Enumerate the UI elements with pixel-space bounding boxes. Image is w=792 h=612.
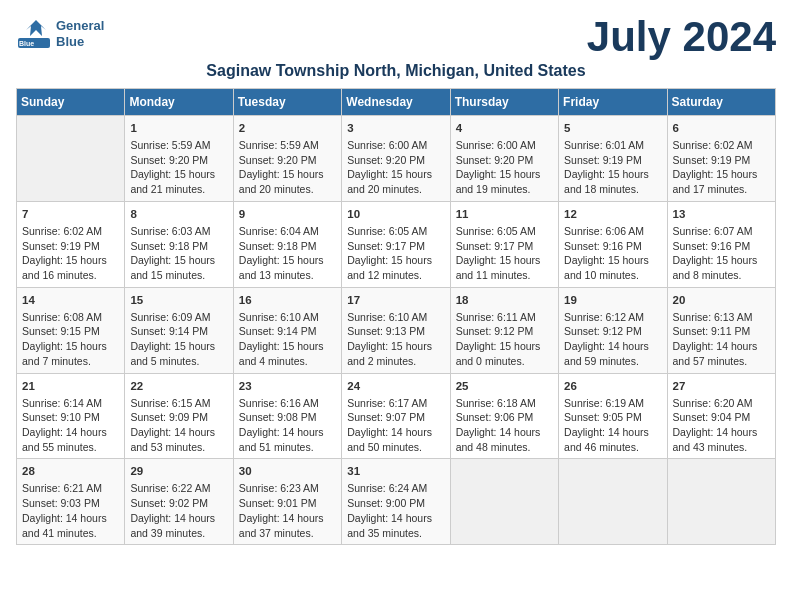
calendar-cell: 24Sunrise: 6:17 AMSunset: 9:07 PMDayligh… <box>342 373 450 459</box>
day-number: 13 <box>673 206 770 222</box>
day-info-line: Sunrise: 6:02 AM <box>673 138 770 153</box>
day-info-line: and 4 minutes. <box>239 354 336 369</box>
day-number: 20 <box>673 292 770 308</box>
day-info-line: Daylight: 14 hours <box>347 425 444 440</box>
day-number: 29 <box>130 463 227 479</box>
day-info-line: Sunrise: 6:04 AM <box>239 224 336 239</box>
day-number: 22 <box>130 378 227 394</box>
day-info-line: Daylight: 15 hours <box>239 339 336 354</box>
day-info-line: Sunset: 9:12 PM <box>564 324 661 339</box>
day-info-line: Sunrise: 6:22 AM <box>130 481 227 496</box>
day-info-line: and 5 minutes. <box>130 354 227 369</box>
calendar-cell: 23Sunrise: 6:16 AMSunset: 9:08 PMDayligh… <box>233 373 341 459</box>
day-info-line: Sunset: 9:01 PM <box>239 496 336 511</box>
day-info-line: Sunrise: 6:16 AM <box>239 396 336 411</box>
day-info-line: Sunrise: 6:01 AM <box>564 138 661 153</box>
calendar-cell: 6Sunrise: 6:02 AMSunset: 9:19 PMDaylight… <box>667 116 775 202</box>
day-info-line: and 18 minutes. <box>564 182 661 197</box>
day-info-line: Sunset: 9:03 PM <box>22 496 119 511</box>
day-number: 4 <box>456 120 553 136</box>
day-number: 19 <box>564 292 661 308</box>
day-info-line: and 7 minutes. <box>22 354 119 369</box>
day-header-tuesday: Tuesday <box>233 89 341 116</box>
day-header-thursday: Thursday <box>450 89 558 116</box>
day-info-line: Sunrise: 6:11 AM <box>456 310 553 325</box>
day-info-line: Daylight: 15 hours <box>347 253 444 268</box>
calendar-header-row: SundayMondayTuesdayWednesdayThursdayFrid… <box>17 89 776 116</box>
day-info-line: and 13 minutes. <box>239 268 336 283</box>
day-info-line: Sunrise: 6:02 AM <box>22 224 119 239</box>
day-info-line: Sunrise: 6:00 AM <box>456 138 553 153</box>
day-info-line: Sunset: 9:14 PM <box>130 324 227 339</box>
day-info-line: and 55 minutes. <box>22 440 119 455</box>
calendar-body: 1Sunrise: 5:59 AMSunset: 9:20 PMDaylight… <box>17 116 776 545</box>
day-info-line: and 35 minutes. <box>347 526 444 541</box>
calendar-cell: 31Sunrise: 6:24 AMSunset: 9:00 PMDayligh… <box>342 459 450 545</box>
day-info-line: Daylight: 14 hours <box>673 339 770 354</box>
calendar-week-2: 7Sunrise: 6:02 AMSunset: 9:19 PMDaylight… <box>17 201 776 287</box>
day-info-line: Daylight: 14 hours <box>347 511 444 526</box>
page-header: Blue General Blue July 2024 <box>16 16 776 58</box>
calendar-cell: 7Sunrise: 6:02 AMSunset: 9:19 PMDaylight… <box>17 201 125 287</box>
calendar-cell: 30Sunrise: 6:23 AMSunset: 9:01 PMDayligh… <box>233 459 341 545</box>
day-info-line: Daylight: 14 hours <box>22 511 119 526</box>
day-info-line: Sunrise: 6:03 AM <box>130 224 227 239</box>
day-info-line: Sunset: 9:02 PM <box>130 496 227 511</box>
day-info-line: Daylight: 14 hours <box>22 425 119 440</box>
day-info-line: and 15 minutes. <box>130 268 227 283</box>
day-info-line: and 19 minutes. <box>456 182 553 197</box>
day-info-line: Sunset: 9:11 PM <box>673 324 770 339</box>
day-header-sunday: Sunday <box>17 89 125 116</box>
day-info-line: Sunset: 9:04 PM <box>673 410 770 425</box>
day-info-line: Sunset: 9:20 PM <box>239 153 336 168</box>
day-number: 18 <box>456 292 553 308</box>
day-info-line: Sunrise: 6:07 AM <box>673 224 770 239</box>
day-info-line: Daylight: 15 hours <box>347 339 444 354</box>
day-number: 5 <box>564 120 661 136</box>
calendar-cell: 13Sunrise: 6:07 AMSunset: 9:16 PMDayligh… <box>667 201 775 287</box>
day-number: 24 <box>347 378 444 394</box>
calendar-week-1: 1Sunrise: 5:59 AMSunset: 9:20 PMDaylight… <box>17 116 776 202</box>
day-number: 7 <box>22 206 119 222</box>
day-info-line: Sunrise: 5:59 AM <box>130 138 227 153</box>
day-info-line: Sunset: 9:17 PM <box>456 239 553 254</box>
day-info-line: Daylight: 14 hours <box>239 511 336 526</box>
day-info-line: and 20 minutes. <box>347 182 444 197</box>
day-info-line: and 17 minutes. <box>673 182 770 197</box>
day-info-line: Sunset: 9:00 PM <box>347 496 444 511</box>
day-info-line: and 46 minutes. <box>564 440 661 455</box>
calendar-cell: 12Sunrise: 6:06 AMSunset: 9:16 PMDayligh… <box>559 201 667 287</box>
calendar-cell <box>17 116 125 202</box>
calendar-cell: 29Sunrise: 6:22 AMSunset: 9:02 PMDayligh… <box>125 459 233 545</box>
day-number: 23 <box>239 378 336 394</box>
calendar-cell: 22Sunrise: 6:15 AMSunset: 9:09 PMDayligh… <box>125 373 233 459</box>
day-info-line: Sunrise: 6:21 AM <box>22 481 119 496</box>
day-info-line: Daylight: 15 hours <box>673 253 770 268</box>
calendar-week-5: 28Sunrise: 6:21 AMSunset: 9:03 PMDayligh… <box>17 459 776 545</box>
calendar-cell: 4Sunrise: 6:00 AMSunset: 9:20 PMDaylight… <box>450 116 558 202</box>
day-info-line: Daylight: 14 hours <box>130 511 227 526</box>
day-number: 9 <box>239 206 336 222</box>
day-info-line: and 11 minutes. <box>456 268 553 283</box>
day-info-line: Sunrise: 6:05 AM <box>347 224 444 239</box>
calendar-cell: 3Sunrise: 6:00 AMSunset: 9:20 PMDaylight… <box>342 116 450 202</box>
day-number: 21 <box>22 378 119 394</box>
day-info-line: and 37 minutes. <box>239 526 336 541</box>
day-info-line: and 59 minutes. <box>564 354 661 369</box>
day-header-friday: Friday <box>559 89 667 116</box>
calendar-cell: 19Sunrise: 6:12 AMSunset: 9:12 PMDayligh… <box>559 287 667 373</box>
svg-text:Blue: Blue <box>19 40 34 47</box>
day-info-line: Sunset: 9:08 PM <box>239 410 336 425</box>
day-info-line: Daylight: 15 hours <box>130 339 227 354</box>
day-info-line: Sunset: 9:17 PM <box>347 239 444 254</box>
day-number: 10 <box>347 206 444 222</box>
day-info-line: and 53 minutes. <box>130 440 227 455</box>
day-info-line: and 8 minutes. <box>673 268 770 283</box>
day-info-line: Sunset: 9:16 PM <box>564 239 661 254</box>
day-info-line: Sunset: 9:20 PM <box>456 153 553 168</box>
day-info-line: Sunset: 9:14 PM <box>239 324 336 339</box>
day-info-line: Daylight: 15 hours <box>130 253 227 268</box>
day-info-line: Sunrise: 6:05 AM <box>456 224 553 239</box>
day-header-wednesday: Wednesday <box>342 89 450 116</box>
day-info-line: Sunrise: 6:23 AM <box>239 481 336 496</box>
